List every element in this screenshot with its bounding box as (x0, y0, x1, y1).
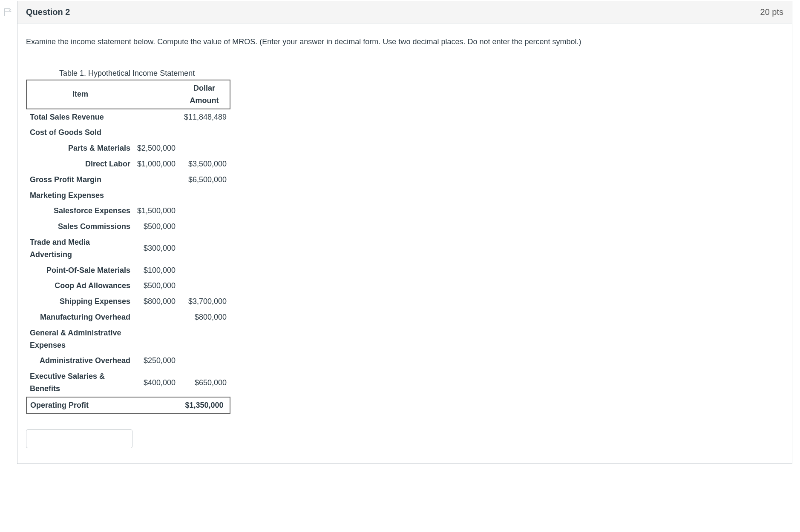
cell-sub: $400,000 (134, 369, 179, 397)
cell-amount (179, 263, 230, 278)
answer-input[interactable] (26, 429, 132, 448)
cell-amount: $3,500,000 (179, 156, 230, 172)
cell-sub: $500,000 (134, 219, 179, 235)
cell-label: Operating Profit (26, 397, 134, 414)
cell-sub: $100,000 (134, 263, 179, 278)
header-amount-l2: Amount (182, 94, 226, 107)
cell-amount (179, 353, 230, 369)
header-amount: Dollar Amount (179, 80, 230, 109)
cell-sub (134, 325, 179, 353)
row-gross-profit: Gross Profit Margin $6,500,000 (26, 172, 230, 188)
cell-sub (134, 172, 179, 188)
cell-label: Executive Salaries & Benefits (26, 369, 134, 397)
cell-amount: $650,000 (179, 369, 230, 397)
question-title: Question 2 (26, 7, 70, 17)
cell-sub: $250,000 (134, 353, 179, 369)
row-cogs: Cost of Goods Sold (26, 125, 230, 140)
row-manufacturing-overhead: Manufacturing Overhead $800,000 (26, 309, 230, 325)
cell-label: Coop Ad Allowances (26, 278, 134, 294)
row-marketing-expenses: Marketing Expenses (26, 188, 230, 203)
question-container: Question 2 20 pts Examine the income sta… (17, 1, 792, 464)
income-statement-table-wrap: Table 1. Hypothetical Income Statement I… (26, 69, 783, 414)
cell-label: Cost of Goods Sold (26, 125, 134, 140)
cell-label: Point-Of-Sale Materials (26, 263, 134, 278)
cell-amount: $800,000 (179, 309, 230, 325)
cell-amount (179, 125, 230, 140)
cell-label: Trade and Media Advertising (26, 235, 134, 263)
cell-amount: $3,700,000 (179, 294, 230, 309)
cell-amount (179, 278, 230, 294)
cell-sub: $800,000 (134, 294, 179, 309)
cell-label: Salesforce Expenses (26, 203, 134, 219)
row-salesforce-expenses: Salesforce Expenses $1,500,000 (26, 203, 230, 219)
cell-sub: $1,500,000 (134, 203, 179, 219)
row-executive-salaries: Executive Salaries & Benefits $400,000 $… (26, 369, 230, 397)
row-total-sales-revenue: Total Sales Revenue $11,848,489 (26, 109, 230, 125)
cell-label: Parts & Materials (26, 140, 134, 156)
ga-line1: General & Administrative (30, 327, 130, 339)
header-spacer (134, 80, 179, 109)
cell-label: Direct Labor (26, 156, 134, 172)
question-header: Question 2 20 pts (17, 1, 792, 23)
cell-amount (179, 140, 230, 156)
cell-sub: $500,000 (134, 278, 179, 294)
cell-sub: $300,000 (134, 235, 179, 263)
cell-label: General & Administrative Expenses (26, 325, 134, 353)
cell-amount (179, 235, 230, 263)
cell-amount (179, 219, 230, 235)
ga-line2: Expenses (30, 339, 130, 352)
row-direct-labor: Direct Labor $1,000,000 $3,500,000 (26, 156, 230, 172)
cell-sub (134, 309, 179, 325)
question-points: 20 pts (760, 7, 783, 17)
cell-label: Gross Profit Margin (26, 172, 134, 188)
cell-label: Total Sales Revenue (26, 109, 134, 125)
cell-label: Shipping Expenses (26, 294, 134, 309)
row-parts-materials: Parts & Materials $2,500,000 (26, 140, 230, 156)
row-operating-profit: Operating Profit $1,350,000 (26, 397, 230, 414)
question-body: Examine the income statement below. Comp… (17, 23, 792, 463)
row-pos-materials: Point-Of-Sale Materials $100,000 (26, 263, 230, 278)
header-amount-l1: Dollar (182, 82, 226, 94)
cell-amount (179, 188, 230, 203)
row-sales-commissions: Sales Commissions $500,000 (26, 219, 230, 235)
question-instruction: Examine the income statement below. Comp… (26, 36, 783, 48)
table-caption: Table 1. Hypothetical Income Statement (59, 69, 783, 78)
income-statement-table: Item Dollar Amount Total Sales Revenue $… (26, 80, 230, 414)
cell-amount (179, 325, 230, 353)
row-shipping-expenses: Shipping Expenses $800,000 $3,700,000 (26, 294, 230, 309)
header-item: Item (26, 80, 134, 109)
cell-amount: $11,848,489 (179, 109, 230, 125)
cell-sub: $1,000,000 (134, 156, 179, 172)
cell-label: Administrative Overhead (26, 353, 134, 369)
cell-sub: $2,500,000 (134, 140, 179, 156)
cell-label: Marketing Expenses (26, 188, 134, 203)
cell-sub (134, 109, 179, 125)
table-header-row: Item Dollar Amount (26, 80, 230, 109)
cell-label: Sales Commissions (26, 219, 134, 235)
cell-amount: $6,500,000 (179, 172, 230, 188)
cell-label: Manufacturing Overhead (26, 309, 134, 325)
cell-amount: $1,350,000 (179, 397, 230, 414)
row-coop-ad-allowances: Coop Ad Allowances $500,000 (26, 278, 230, 294)
cell-amount (179, 203, 230, 219)
row-admin-overhead: Administrative Overhead $250,000 (26, 353, 230, 369)
flag-icon[interactable] (3, 7, 13, 17)
row-ga-expenses: General & Administrative Expenses (26, 325, 230, 353)
cell-sub (134, 188, 179, 203)
cell-sub (134, 125, 179, 140)
row-trade-media-advertising: Trade and Media Advertising $300,000 (26, 235, 230, 263)
cell-sub (134, 397, 179, 414)
